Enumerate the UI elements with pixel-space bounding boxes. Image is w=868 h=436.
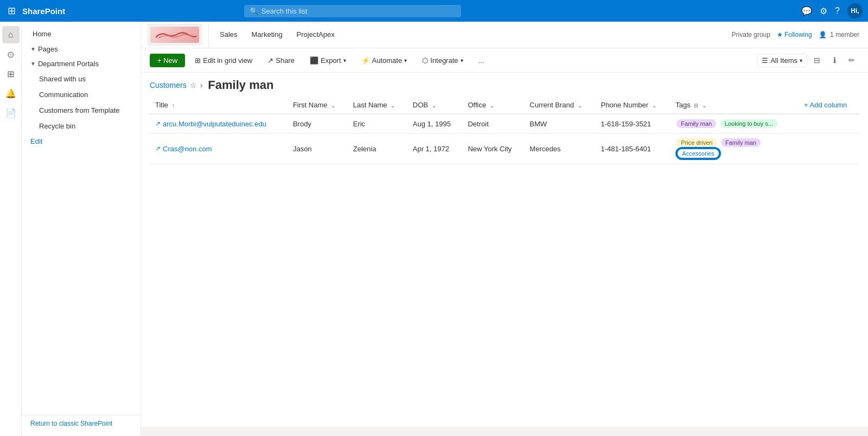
pages-side-icon[interactable]: 📄 [2, 104, 20, 121]
main-content: Sales Marketing ProjectApex Private grou… [141, 22, 868, 436]
tag-family-man-1[interactable]: Family man [676, 119, 716, 128]
help-icon[interactable]: ? [835, 6, 840, 16]
search-icon: 🔍 [250, 7, 258, 15]
col-header-tags[interactable]: Tags ⊟ ⌄ [670, 97, 799, 114]
tag-looking-1[interactable]: Looking to buy s... [720, 119, 777, 128]
cell-dob-1: Aug 1, 1995 [407, 114, 463, 133]
table-header-row: Title ↑ First Name ⌄ Last Name ⌄ DOB [150, 97, 859, 114]
top-tabs-area: Sales Marketing ProjectApex Private grou… [141, 22, 868, 48]
search-bar[interactable]: 🔍 [244, 5, 461, 17]
filter-button[interactable]: ⊟ [809, 53, 825, 68]
tag-family-man-2[interactable]: Family man [721, 138, 761, 147]
avatar[interactable]: Hi, [847, 3, 863, 18]
search-side-icon[interactable]: ⊙ [2, 46, 20, 63]
cell-first-name-2: Jason [288, 133, 348, 164]
breadcrumb-separator: › [200, 81, 203, 89]
sort-icon-current-brand: ⌄ [578, 102, 582, 108]
department-chevron-icon: ▼ [30, 61, 36, 67]
chat-icon[interactable]: 💬 [801, 6, 812, 16]
title-link-2[interactable]: ↗ Cras@non.com [155, 145, 282, 153]
person-icon: 👤 [819, 31, 827, 39]
nav-customers-template[interactable]: Customers from Template [24, 103, 138, 118]
breadcrumb-current: Family man [208, 78, 273, 92]
col-header-current-brand[interactable]: Current Brand ⌄ [524, 97, 595, 114]
table-area: Title ↑ First Name ⌄ Last Name ⌄ DOB [141, 92, 868, 427]
row-icon-2: ↗ [155, 145, 161, 152]
sort-icon-tags: ⊟ [694, 102, 698, 108]
pages-chevron-icon: ▼ [30, 46, 36, 52]
title-link-1[interactable]: ↗ arcu.Morbi@vulputateduinec.edu [155, 120, 282, 128]
col-header-dob[interactable]: DOB ⌄ [407, 97, 463, 114]
nav-pages-section[interactable]: ▼ Pages [22, 42, 141, 56]
following-button[interactable]: ★ Following [777, 31, 812, 39]
edit-grid-view-button[interactable]: ⊞ Edit in grid view [189, 54, 258, 67]
cell-tags-2: Price driven Family man Accessories [670, 133, 799, 164]
row-icon-1: ↗ [155, 120, 161, 127]
table-row: ↗ arcu.Morbi@vulputateduinec.edu Brody E… [150, 114, 859, 133]
nav-bottom: Return to classic SharePoint [22, 415, 141, 432]
nav-department-label: Department Portals [38, 60, 99, 68]
breadcrumb-parent[interactable]: Customers [150, 81, 187, 89]
sort-icon-first-name: ⌄ [331, 102, 335, 108]
cell-add-col-2 [799, 133, 859, 164]
nav-return-classic[interactable]: Return to classic SharePoint [30, 420, 132, 427]
cell-brand-2: Mercedes [524, 133, 595, 164]
col-header-add-column[interactable]: + Add column [799, 97, 859, 114]
breadcrumb-star-icon[interactable]: ☆ [190, 81, 197, 89]
tab-projectapex[interactable]: ProjectApex [290, 27, 341, 43]
col-header-first-name[interactable]: First Name ⌄ [288, 97, 348, 114]
home-side-icon[interactable]: ⌂ [2, 26, 20, 43]
nav-home[interactable]: Home [24, 27, 138, 41]
tab-sales[interactable]: Sales [213, 27, 244, 43]
col-header-office[interactable]: Office ⌄ [462, 97, 524, 114]
waffle-icon[interactable]: ⊞ [5, 3, 18, 19]
more-button[interactable]: ... [473, 54, 490, 67]
automate-icon: ⚡ [361, 56, 370, 65]
automate-chevron-icon: ▾ [404, 57, 407, 63]
member-count: 👤 1 member [819, 31, 859, 39]
notifications-side-icon[interactable]: 🔔 [2, 85, 20, 102]
tag-price-driven-2[interactable]: Price driven [676, 138, 717, 147]
cell-title-1: ↗ arcu.Morbi@vulputateduinec.edu [150, 114, 288, 133]
cell-last-name-2: Zelenia [348, 133, 407, 164]
site-logo [148, 24, 202, 46]
automate-button[interactable]: ⚡ Automate ▾ [356, 54, 413, 67]
new-button[interactable]: + New [150, 54, 185, 67]
list-icon: ☰ [762, 56, 768, 65]
nav-recycle-bin[interactable]: Recycle bin [24, 119, 138, 133]
edit-view-button[interactable]: ✏ [844, 53, 859, 68]
apps-side-icon[interactable]: ⊞ [2, 65, 20, 82]
tag-accessories-2[interactable]: Accessories [676, 148, 719, 159]
nav-pages-label: Pages [38, 45, 58, 53]
settings-icon[interactable]: ⚙ [820, 6, 827, 16]
cell-title-2: ↗ Cras@non.com [150, 133, 288, 164]
integrate-chevron-icon: ▾ [461, 57, 463, 63]
horizontal-scrollbar[interactable] [141, 427, 868, 436]
customers-table: Title ↑ First Name ⌄ Last Name ⌄ DOB [150, 97, 859, 164]
cell-office-1: Detroit [462, 114, 524, 133]
cell-phone-2: 1-481-185-6401 [596, 133, 671, 164]
nav-department-section[interactable]: ▼ Department Portals [22, 56, 141, 71]
nav-shared-with-us[interactable]: Shared with us [24, 72, 138, 86]
cell-office-2: New York City [462, 133, 524, 164]
top-navigation: ⊞ SharePoint 🔍 💬 ⚙ ? Hi, [0, 0, 868, 22]
cell-phone-1: 1-618-159-3521 [596, 114, 671, 133]
share-button[interactable]: ↗ Share [262, 54, 300, 67]
integrate-button[interactable]: ⬡ Integrate ▾ [417, 54, 468, 67]
tab-marketing[interactable]: Marketing [245, 27, 289, 43]
col-header-last-name[interactable]: Last Name ⌄ [348, 97, 407, 114]
cell-dob-2: Apr 1, 1972 [407, 133, 463, 164]
nav-communication[interactable]: Communication [24, 87, 138, 102]
app-body: ⌂ ⊙ ⊞ 🔔 📄 Home ▼ Pages ▼ Department Port… [0, 22, 868, 436]
col-header-title[interactable]: Title ↑ [150, 97, 288, 114]
export-button[interactable]: ⬛ Export ▾ [304, 54, 352, 67]
col-header-phone-number[interactable]: Phone Number ⌄ [596, 97, 671, 114]
app-logo: SharePoint [22, 7, 65, 16]
nav-edit-link[interactable]: Edit [22, 134, 141, 149]
page-tabs: Sales Marketing ProjectApex [209, 27, 346, 43]
nav-right-actions: 💬 ⚙ ? Hi, [801, 3, 863, 18]
info-button[interactable]: ℹ [827, 53, 842, 68]
search-input[interactable] [261, 7, 456, 15]
all-items-button[interactable]: ☰ All Items ▾ [757, 54, 807, 67]
cell-brand-1: BMW [524, 114, 595, 133]
